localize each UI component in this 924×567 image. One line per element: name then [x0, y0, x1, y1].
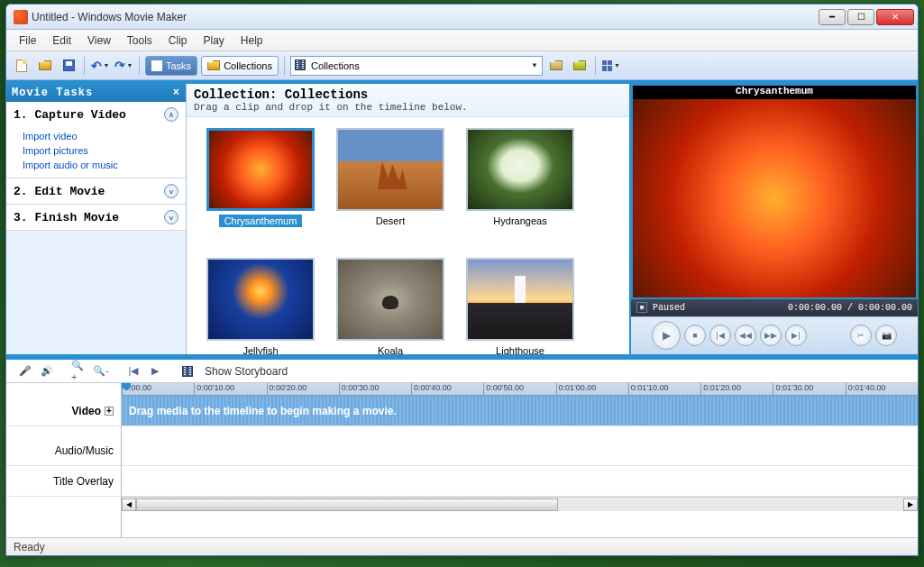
- thumb-item[interactable]: Koala: [327, 258, 453, 354]
- new-folder-button[interactable]: [570, 56, 590, 76]
- close-button[interactable]: ✕: [876, 9, 914, 25]
- collections-toggle[interactable]: Collections: [201, 56, 279, 76]
- zoom-in-button[interactable]: 🔍+: [71, 363, 87, 380]
- app-window: Untitled - Windows Movie Maker ━ ☐ ✕ Fil…: [5, 4, 919, 556]
- timeline-toolbar: 🎤 🔊 🔍+ 🔍- |◀ ▶ Show Storyboard: [6, 360, 918, 383]
- preview-controls: ▶ ■ |◀ ◀◀ ▶▶ ▶| ✂ 📷: [631, 316, 918, 354]
- status-text: Ready: [14, 541, 45, 553]
- playhead[interactable]: [122, 383, 131, 396]
- menu-clip[interactable]: Clip: [161, 32, 195, 49]
- menu-view[interactable]: View: [80, 32, 118, 49]
- play-button[interactable]: ▶: [652, 321, 681, 350]
- rewind-timeline-button[interactable]: |◀: [125, 363, 142, 380]
- menu-edit[interactable]: Edit: [45, 32, 78, 49]
- timeline-area: 🎤 🔊 🔍+ 🔍- |◀ ▶ Show Storyboard Video + A…: [6, 360, 918, 537]
- thumb-item[interactable]: Desert: [327, 128, 453, 254]
- scroll-left-button[interactable]: ◀: [122, 498, 136, 511]
- view-button[interactable]: ▼: [601, 56, 621, 76]
- next-button[interactable]: ▶|: [785, 325, 807, 346]
- stop-button[interactable]: ■: [684, 325, 706, 346]
- preview-image: [633, 99, 916, 297]
- chevron-icon: ʌ: [164, 107, 178, 122]
- thumb-item[interactable]: Hydrangeas: [457, 128, 583, 254]
- task-heading[interactable]: 3. Finish Moviev: [6, 205, 186, 230]
- menu-help[interactable]: Help: [233, 32, 270, 49]
- title-track-label: Title Overlay: [6, 466, 121, 497]
- ruler-mark: 0:01'40.00: [846, 383, 918, 395]
- tasks-toggle[interactable]: Tasks: [145, 56, 197, 76]
- task-link[interactable]: Import audio or music: [23, 158, 180, 172]
- ruler-mark: 0:01'30.00: [773, 383, 845, 395]
- audio-levels-button[interactable]: 🔊: [39, 363, 55, 380]
- task-link[interactable]: Import pictures: [23, 143, 180, 158]
- preview-status-bar: ▣ Paused 0:00:00.00 / 0:00:00.00: [631, 299, 918, 316]
- app-icon: [14, 10, 28, 24]
- thumb-item[interactable]: Chrysanthemum: [197, 128, 324, 254]
- show-storyboard-link[interactable]: Show Storyboard: [205, 365, 288, 378]
- ruler-mark: 0:00'10.00: [194, 383, 266, 395]
- ruler-mark: 0:01'10.00: [628, 383, 700, 395]
- rewind-button[interactable]: ◀◀: [735, 325, 756, 346]
- split-button[interactable]: ✂: [850, 325, 872, 346]
- minimize-button[interactable]: ━: [819, 9, 846, 25]
- forward-button[interactable]: ▶▶: [760, 325, 782, 346]
- video-track[interactable]: Drag media to the timeline to begin maki…: [122, 396, 918, 426]
- storyboard-icon[interactable]: [179, 363, 196, 380]
- up-level-button[interactable]: [546, 56, 566, 76]
- preview-title: Chrysanthemum: [631, 84, 918, 99]
- expand-video-track-button[interactable]: +: [105, 407, 114, 416]
- collection-combo[interactable]: Collections ▼: [290, 56, 543, 76]
- preview-pane: Chrysanthemum ▣ Paused 0:00:00.00 / 0:00…: [629, 84, 918, 354]
- separator: [595, 57, 596, 75]
- thumb-item[interactable]: Lighthouse: [457, 258, 583, 354]
- track-labels: Video + Audio/Music Title Overlay: [6, 383, 122, 537]
- task-heading[interactable]: 1. Capture Videoʌ: [6, 102, 186, 127]
- snapshot-button[interactable]: 📷: [875, 325, 897, 346]
- thumb-image: [206, 258, 315, 341]
- thumb-image: [336, 128, 444, 211]
- title-overlay-track[interactable]: [122, 466, 918, 497]
- play-timeline-button[interactable]: ▶: [147, 363, 163, 380]
- thumb-item[interactable]: Jellyfish: [197, 258, 324, 354]
- tasks-icon: [151, 60, 162, 71]
- horizontal-scrollbar[interactable]: ◀ ▶: [122, 497, 918, 511]
- timeline-hint: Drag media to the timeline to begin maki…: [129, 405, 397, 417]
- film-icon: [295, 59, 306, 70]
- task-section: 1. Capture VideoʌImport videoImport pict…: [6, 102, 186, 178]
- narrate-button[interactable]: 🎤: [17, 363, 33, 380]
- thumb-image: [466, 128, 574, 211]
- menu-tools[interactable]: Tools: [120, 32, 160, 49]
- save-button[interactable]: [59, 56, 78, 76]
- menu-file[interactable]: File: [12, 32, 43, 49]
- folder-icon: [207, 60, 220, 70]
- chevron-icon: v: [164, 184, 178, 198]
- ruler-mark: 0.00.00: [122, 383, 194, 395]
- new-button[interactable]: [12, 56, 32, 76]
- zoom-out-button[interactable]: 🔍-: [93, 363, 109, 380]
- titlebar[interactable]: Untitled - Windows Movie Maker ━ ☐ ✕: [6, 5, 918, 30]
- task-pane-close-icon[interactable]: ×: [173, 87, 180, 99]
- audio-track-label: Audio/Music: [6, 435, 121, 466]
- task-link[interactable]: Import video: [23, 129, 180, 143]
- ruler-mark: 0:00'40.00: [411, 383, 483, 395]
- separator: [139, 57, 140, 75]
- time-ruler[interactable]: 0.00.000:00'10.000:00'20.000:00'30.000:0…: [122, 383, 918, 396]
- scroll-right-button[interactable]: ▶: [903, 498, 918, 511]
- thumb-label: Jellyfish: [237, 344, 283, 354]
- prev-button[interactable]: |◀: [709, 325, 731, 346]
- open-button[interactable]: [35, 56, 55, 76]
- track-area: 0.00.000:00'10.000:00'20.000:00'30.000:0…: [122, 383, 918, 537]
- task-heading[interactable]: 2. Edit Moviev: [6, 178, 186, 204]
- collection-header: Collection: Collections Drag a clip and …: [187, 84, 629, 117]
- ruler-mark: 0:01'20.00: [700, 383, 773, 395]
- thumb-label: Hydrangeas: [488, 215, 552, 227]
- audio-track[interactable]: [122, 435, 918, 466]
- menu-play[interactable]: Play: [197, 32, 232, 49]
- redo-button[interactable]: ↶▼: [114, 56, 133, 76]
- scroll-thumb[interactable]: [136, 498, 558, 511]
- ruler-mark: 0:00'50.00: [483, 383, 555, 395]
- maximize-button[interactable]: ☐: [847, 9, 874, 25]
- ruler-mark: 0:00'20.00: [267, 383, 339, 395]
- menubar: FileEditViewToolsClipPlayHelp: [6, 30, 918, 51]
- undo-button[interactable]: ↶▼: [90, 56, 110, 76]
